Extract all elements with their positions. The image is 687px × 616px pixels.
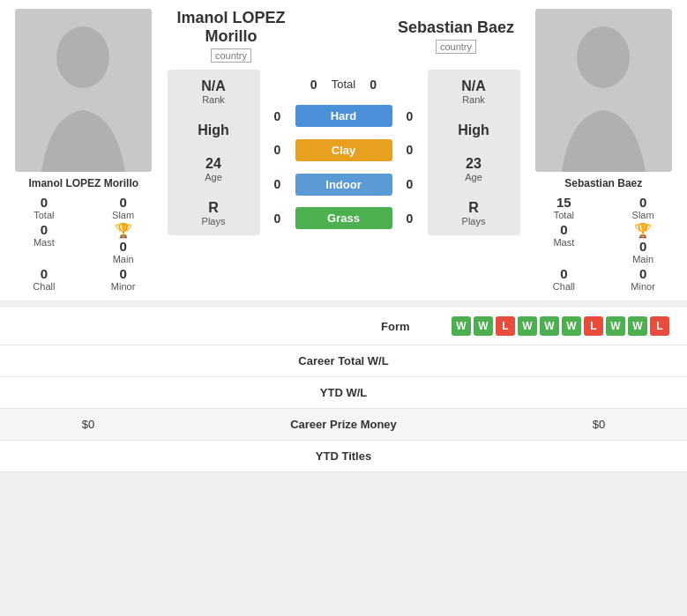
ytd-titles-row: YTD Titles xyxy=(0,441,687,472)
left-chall-stat: 0 Chall xyxy=(9,266,79,292)
right-player-area: Sebastian Baez 15 Total 0 Slam 0 Mast 🏆 … xyxy=(529,9,679,292)
svg-point-1 xyxy=(56,26,109,88)
right-info-panel: N/A Rank High 23 Age R Plays xyxy=(428,70,520,235)
grass-button[interactable]: Grass xyxy=(295,207,392,229)
form-badge-9: W xyxy=(628,316,647,336)
clay-row: 0 Clay 0 xyxy=(269,134,419,167)
left-trophy: 🏆 0 Main xyxy=(88,222,159,264)
right-player-name: Sebastian Baez xyxy=(564,177,642,189)
left-mast-stat: 0 Mast xyxy=(9,222,79,264)
career-total-label: Career Total W/L xyxy=(159,354,528,367)
hard-button[interactable]: Hard xyxy=(295,105,392,127)
left-player-area: Imanol LOPEZ Morillo 0 Total 0 Slam 0 Ma… xyxy=(9,9,159,292)
form-badges: W W L W W W L W W L xyxy=(452,316,669,336)
left-plays-block: R Plays xyxy=(202,200,226,226)
form-badge-5: W xyxy=(540,316,559,336)
indoor-button[interactable]: Indoor xyxy=(295,174,392,196)
right-mast-stat: 0 Mast xyxy=(529,222,600,264)
form-label: Form xyxy=(381,320,452,333)
total-row: 0 Total 0 xyxy=(269,71,419,99)
form-section: Form W W L W W W L W W L xyxy=(0,308,687,345)
left-high-block: High xyxy=(198,122,229,138)
right-player-stats: 15 Total 0 Slam 0 Mast 🏆 0 Main 0 xyxy=(529,195,679,292)
left-player-stats: 0 Total 0 Slam 0 Mast 🏆 0 Main xyxy=(9,195,159,292)
form-badge-3: L xyxy=(496,316,515,336)
right-minor-stat: 0 Minor xyxy=(608,266,678,292)
left-rank-block: N/A Rank xyxy=(201,78,226,105)
player-comparison: Imanol LOPEZ Morillo 0 Total 0 Slam 0 Ma… xyxy=(0,0,687,301)
form-badge-8: W xyxy=(606,316,625,336)
right-age-block: 23 Age xyxy=(465,156,482,182)
clay-button[interactable]: Clay xyxy=(295,139,392,161)
indoor-row: 0 Indoor 0 xyxy=(269,168,419,201)
center-area: Imanol LOPEZ Morillo country Sebastian B… xyxy=(163,9,525,292)
ytd-wl-label: YTD W/L xyxy=(159,386,528,399)
right-chall-stat: 0 Chall xyxy=(529,266,600,292)
form-badge-6: W xyxy=(562,316,581,336)
prize-money-left: $0 xyxy=(18,418,159,431)
right-trophy: 🏆 0 Main xyxy=(608,222,678,264)
left-country: country xyxy=(211,48,251,63)
right-slam-stat: 0 Slam xyxy=(608,195,678,220)
prize-money-label: Career Prize Money xyxy=(159,418,528,431)
left-slam-stat: 0 Slam xyxy=(88,195,159,220)
left-header-name: Imanol LOPEZ Morillo country xyxy=(163,9,300,63)
form-badge-10: L xyxy=(650,316,669,336)
left-minor-stat: 0 Minor xyxy=(88,266,159,292)
prize-money-right: $0 xyxy=(528,418,669,431)
form-badge-2: W xyxy=(474,316,493,336)
left-age-block: 24 Age xyxy=(205,156,222,182)
form-badge-4: W xyxy=(518,316,537,336)
main-container: Imanol LOPEZ Morillo 0 Total 0 Slam 0 Ma… xyxy=(0,0,687,472)
left-total-stat: 0 Total xyxy=(9,195,79,220)
right-high-block: High xyxy=(458,122,489,138)
left-info-panel: N/A Rank High 24 Age R Plays xyxy=(168,70,260,235)
player-names-row: Imanol LOPEZ Morillo country Sebastian B… xyxy=(163,9,525,63)
right-total-stat: 15 Total xyxy=(529,195,600,220)
right-plays-block: R Plays xyxy=(462,200,486,226)
form-badge-1: W xyxy=(452,316,471,336)
right-trophy-icon: 🏆 xyxy=(634,222,652,239)
ytd-wl-row: YTD W/L xyxy=(0,377,687,409)
right-player-photo xyxy=(535,9,672,172)
grass-row: 0 Grass 0 xyxy=(269,202,419,234)
career-total-row: Career Total W/L xyxy=(0,345,687,377)
left-player-name: Imanol LOPEZ Morillo xyxy=(28,177,138,189)
info-and-surfaces: N/A Rank High 24 Age R Plays xyxy=(163,70,525,235)
right-rank-block: N/A Rank xyxy=(461,78,486,105)
svg-point-3 xyxy=(577,26,630,88)
form-badge-7: L xyxy=(584,316,603,336)
left-trophy-icon: 🏆 xyxy=(115,222,132,239)
hard-row: 0 Hard 0 xyxy=(269,100,419,132)
surfaces-col: 0 Total 0 0 Hard 0 0 Clay 0 xyxy=(269,70,419,235)
right-country: country xyxy=(436,40,476,54)
bottom-section: Form W W L W W W L W W L Career Total W/… xyxy=(0,308,687,472)
ytd-titles-label: YTD Titles xyxy=(159,449,528,463)
prize-money-row: $0 Career Prize Money $0 xyxy=(0,409,687,441)
left-player-photo xyxy=(15,9,152,172)
right-header-name: Sebastian Baez country xyxy=(388,19,525,54)
